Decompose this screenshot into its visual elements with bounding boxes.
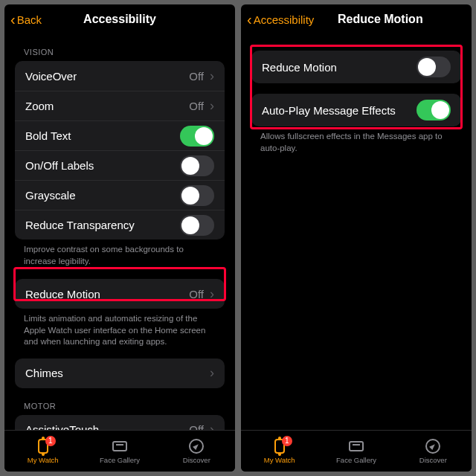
chevron-right-icon: ›: [207, 98, 214, 114]
row-value: Off: [189, 70, 207, 83]
row-value: Off: [189, 423, 207, 430]
row-voiceover[interactable]: VoiceOver Off ›: [15, 61, 225, 91]
toggle-autoplay-effects[interactable]: [416, 100, 451, 120]
face-gallery-icon: [348, 438, 364, 454]
tab-my-watch[interactable]: 1 My Watch: [241, 431, 318, 472]
row-reduce-transparency[interactable]: Reduce Transparency: [15, 210, 225, 239]
back-button[interactable]: ‹ Accessibility: [247, 12, 314, 27]
compass-icon: [188, 438, 205, 454]
accessibility-screen: ‹ Back Accessibility VISION VoiceOver Of…: [4, 4, 235, 472]
navbar: ‹ Accessibility Reduce Motion: [241, 4, 472, 34]
row-label: VoiceOver: [25, 70, 189, 83]
watch-icon: 1: [35, 438, 51, 454]
reduce-motion-group: Reduce Motion Off ›: [15, 279, 225, 309]
tabbar: 1 My Watch Face Gallery Discover: [241, 430, 472, 472]
row-label: Reduce Motion: [25, 288, 189, 300]
chevron-right-icon: ›: [207, 68, 214, 84]
toggle-reduce-transparency[interactable]: [180, 215, 214, 236]
back-button[interactable]: ‹ Back: [10, 12, 42, 27]
vision-group: VoiceOver Off › Zoom Off › Bold Text On/…: [15, 61, 225, 239]
row-onoff-labels[interactable]: On/Off Labels: [15, 150, 225, 180]
row-label: Auto-Play Message Effects: [262, 104, 416, 117]
chevron-right-icon: ›: [207, 286, 214, 302]
back-label: Back: [17, 13, 42, 26]
row-label: On/Off Labels: [25, 159, 180, 172]
row-reduce-motion-toggle[interactable]: Reduce Motion: [251, 51, 461, 83]
chevron-left-icon: ‹: [10, 12, 16, 27]
toggle-bold-text[interactable]: [180, 126, 214, 147]
compass-icon: [425, 438, 441, 454]
tab-label: Face Gallery: [336, 456, 376, 464]
row-label: Bold Text: [25, 129, 180, 142]
back-label: Accessibility: [254, 13, 315, 26]
footer-transparency: Improve contrast on some backgrounds to …: [15, 239, 225, 267]
row-reduce-motion[interactable]: Reduce Motion Off ›: [15, 279, 225, 309]
row-label: Reduce Transparency: [25, 219, 180, 231]
tab-label: My Watch: [264, 456, 295, 464]
row-label: Chimes: [25, 367, 207, 379]
row-bold-text[interactable]: Bold Text: [15, 120, 225, 150]
content: VISION VoiceOver Off › Zoom Off › Bold T…: [4, 34, 235, 430]
section-header-vision: VISION: [15, 34, 225, 61]
badge: 1: [45, 436, 56, 446]
row-zoom[interactable]: Zoom Off ›: [15, 91, 225, 120]
chevron-right-icon: ›: [207, 365, 214, 381]
row-grayscale[interactable]: Grayscale: [15, 180, 225, 210]
section-header-motor: MOTOR: [15, 388, 225, 415]
motor-group: AssistiveTouch Off › Side Button Click S…: [15, 415, 225, 430]
row-value: Off: [189, 100, 207, 112]
row-chimes[interactable]: Chimes ›: [15, 358, 225, 388]
watch-icon: 1: [271, 438, 288, 454]
reduce-motion-screen: ‹ Accessibility Reduce Motion Reduce Mot…: [241, 4, 472, 472]
toggle-reduce-motion[interactable]: [416, 57, 451, 77]
tab-face-gallery[interactable]: Face Gallery: [318, 431, 394, 472]
footer-reduce-motion: Limits animation and automatic resizing …: [15, 309, 225, 348]
tab-label: My Watch: [28, 456, 59, 464]
reduce-motion-toggle-group: Reduce Motion: [251, 51, 461, 83]
tab-my-watch[interactable]: 1 My Watch: [4, 431, 81, 472]
face-gallery-icon: [112, 438, 128, 454]
row-label: Reduce Motion: [262, 61, 416, 74]
row-autoplay-effects[interactable]: Auto-Play Message Effects: [251, 94, 461, 126]
row-assistivetouch[interactable]: AssistiveTouch Off ›: [15, 415, 225, 430]
footer-autoplay: Allows fullscreen effects in the Message…: [251, 126, 461, 154]
toggle-grayscale[interactable]: [180, 185, 214, 206]
tab-label: Discover: [183, 456, 210, 464]
row-label: Zoom: [25, 100, 189, 112]
row-label: AssistiveTouch: [25, 423, 189, 430]
content: Reduce Motion Auto-Play Message Effects …: [241, 34, 472, 430]
badge: 1: [282, 436, 292, 446]
row-label: Grayscale: [25, 189, 180, 202]
tab-label: Discover: [419, 456, 447, 464]
autoplay-group: Auto-Play Message Effects: [251, 94, 461, 126]
row-value: Off: [189, 288, 207, 300]
tabbar: 1 My Watch Face Gallery Discover: [4, 430, 235, 472]
navbar: ‹ Back Accessibility: [4, 4, 235, 34]
toggle-onoff-labels[interactable]: [180, 155, 214, 176]
chevron-right-icon: ›: [207, 422, 214, 430]
chimes-group: Chimes ›: [15, 358, 225, 388]
tab-discover[interactable]: Discover: [395, 431, 472, 472]
chevron-left-icon: ‹: [247, 12, 252, 27]
tab-discover[interactable]: Discover: [158, 431, 235, 472]
tab-face-gallery[interactable]: Face Gallery: [81, 431, 158, 472]
tab-label: Face Gallery: [100, 456, 140, 464]
